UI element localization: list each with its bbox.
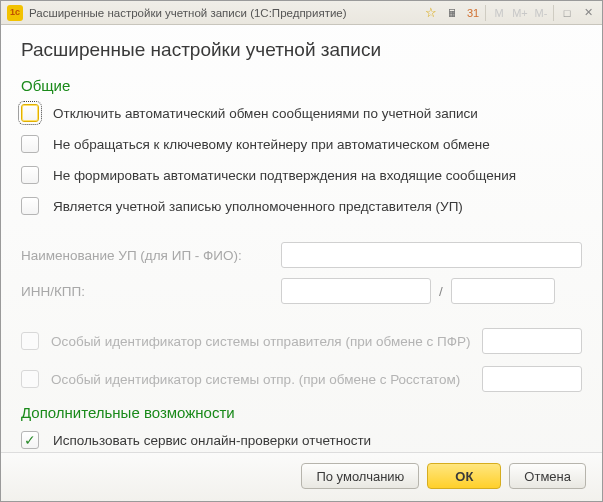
- checkmark-icon: ✓: [24, 433, 36, 447]
- up-name-input[interactable]: [281, 242, 582, 268]
- option-label: Отключить автоматический обмен сообщения…: [53, 106, 478, 121]
- option-label: Не обращаться к ключевому контейнеру при…: [53, 137, 490, 152]
- window-title: Расширенные настройки учетной записи (1С…: [29, 7, 420, 19]
- memory-mplus-button[interactable]: M+: [510, 4, 530, 22]
- option-label: Особый идентификатор системы отправителя…: [51, 334, 482, 349]
- field-up-name: Наименование УП (для ИП - ФИО):: [21, 242, 582, 268]
- content-area: Расширенные настройки учетной записи Общ…: [1, 25, 602, 452]
- option-disable-auto-exchange[interactable]: ✓ Отключить автоматический обмен сообщен…: [21, 104, 582, 122]
- checkbox: ✓: [21, 332, 39, 350]
- sender-id-rosstat-input[interactable]: [482, 366, 582, 392]
- section-title-additional: Дополнительные возможности: [21, 404, 582, 421]
- slash-separator: /: [437, 284, 445, 299]
- ok-button[interactable]: ОК: [427, 463, 501, 489]
- calculator-button[interactable]: 🖩: [442, 4, 462, 22]
- field-label: Наименование УП (для ИП - ФИО):: [21, 248, 281, 263]
- section-title-general: Общие: [21, 77, 582, 94]
- memory-mminus-button[interactable]: M-: [531, 4, 551, 22]
- default-button[interactable]: По умолчанию: [301, 463, 419, 489]
- option-label: Особый идентификатор системы отпр. (при …: [51, 372, 482, 387]
- favorite-button[interactable]: ☆: [421, 4, 441, 22]
- app-icon: 1c: [7, 5, 23, 21]
- calendar-button[interactable]: 31: [463, 4, 483, 22]
- option-label: Является учетной записью уполномоченного…: [53, 199, 463, 214]
- maximize-button[interactable]: □: [557, 4, 577, 22]
- window-frame: 1c Расширенные настройки учетной записи …: [0, 0, 603, 502]
- sender-id-pfr-input[interactable]: [482, 328, 582, 354]
- option-use-online-check[interactable]: ✓ Использовать сервис онлайн-проверки от…: [21, 431, 582, 449]
- maximize-icon: □: [564, 7, 571, 19]
- inn-input[interactable]: [281, 278, 431, 304]
- button-bar: По умолчанию ОК Отмена: [1, 452, 602, 501]
- option-label: Использовать сервис онлайн-проверки отче…: [53, 433, 371, 448]
- option-label: Не формировать автоматически подтвержден…: [53, 168, 516, 183]
- checkbox[interactable]: ✓: [21, 431, 39, 449]
- cancel-button[interactable]: Отмена: [509, 463, 586, 489]
- option-no-auto-confirm[interactable]: ✓ Не формировать автоматически подтвержд…: [21, 166, 582, 184]
- titlebar-divider: [485, 5, 486, 21]
- close-button[interactable]: ✕: [578, 4, 598, 22]
- title-bar: 1c Расширенные настройки учетной записи …: [1, 1, 602, 25]
- option-sender-id-pfr: ✓ Особый идентификатор системы отправите…: [21, 328, 582, 354]
- kpp-input[interactable]: [451, 278, 555, 304]
- option-no-key-container[interactable]: ✓ Не обращаться к ключевому контейнеру п…: [21, 135, 582, 153]
- calendar-icon: 31: [467, 7, 479, 19]
- memory-m-button[interactable]: M: [489, 4, 509, 22]
- field-label: ИНН/КПП:: [21, 284, 281, 299]
- checkbox[interactable]: ✓: [21, 197, 39, 215]
- checkbox[interactable]: ✓: [21, 166, 39, 184]
- titlebar-divider: [553, 5, 554, 21]
- checkbox: ✓: [21, 370, 39, 388]
- option-is-up-account[interactable]: ✓ Является учетной записью уполномоченно…: [21, 197, 582, 215]
- page-title: Расширенные настройки учетной записи: [21, 39, 582, 61]
- field-inn-kpp: ИНН/КПП: /: [21, 278, 582, 304]
- calculator-icon: 🖩: [447, 7, 458, 19]
- option-sender-id-rosstat: ✓ Особый идентификатор системы отпр. (пр…: [21, 366, 582, 392]
- star-icon: ☆: [425, 5, 437, 20]
- checkbox[interactable]: ✓: [21, 104, 39, 122]
- close-icon: ✕: [584, 6, 593, 19]
- checkbox[interactable]: ✓: [21, 135, 39, 153]
